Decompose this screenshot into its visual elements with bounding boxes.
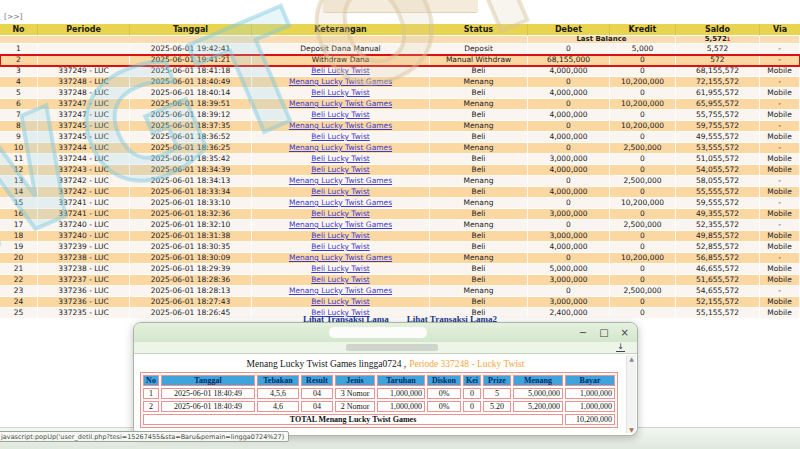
table-row: 19 337239 - LUC 2025-06-01 18:30:35 Beli… — [0, 242, 800, 253]
column-header: Saldo — [676, 24, 760, 36]
cell-via: - — [760, 286, 800, 297]
lb-via — [760, 36, 800, 44]
cell-tanggal: 2025-06-01 18:40:14 — [130, 88, 252, 99]
cell-kredit: 2,500,000 — [610, 143, 676, 154]
transaction-detail-link[interactable]: Beli Lucky Twist — [311, 165, 370, 174]
transaction-detail-link[interactable]: Beli Lucky Twist — [311, 154, 370, 163]
cell-periode: 337237 - LUC — [38, 275, 130, 286]
transaction-detail-link[interactable]: Beli Lucky Twist — [311, 264, 370, 273]
cell-tanggal: 2025-06-01 18:37:35 — [130, 121, 252, 132]
transaction-detail-link[interactable]: Menang Lucky Twist Games — [289, 220, 392, 229]
cell-no: 11 — [0, 154, 38, 165]
cell-keterangan: Beli Lucky Twist — [252, 242, 430, 253]
scroll-up-icon[interactable]: ▲ — [627, 355, 636, 362]
transaction-detail-link[interactable]: Deposit Dana Manual — [300, 44, 380, 53]
popup-titlebar[interactable]: − □ × — [134, 323, 637, 342]
cell-no: 9 — [0, 132, 38, 143]
cell-periode — [38, 44, 130, 55]
popup-title-redacted — [329, 327, 427, 338]
cell-periode: 337248 - LUC — [38, 88, 130, 99]
table-row: 2 2025-06-01 19:41:21 Withdraw Dana Manu… — [0, 55, 800, 66]
cell-keterangan: Beli Lucky Twist — [252, 264, 430, 275]
cell-via: Mobile — [760, 264, 800, 275]
transaction-detail-link[interactable]: Menang Lucky Twist Games — [289, 176, 392, 185]
minimize-icon[interactable]: − — [579, 324, 587, 341]
cell-keterangan: Menang Lucky Twist Games — [252, 176, 430, 187]
table-row: 8 337245 - LUC 2025-06-01 18:37:35 Menan… — [0, 121, 800, 132]
cell-debet: 3,000,000 — [528, 209, 610, 220]
cell-kredit: 10,200,000 — [610, 253, 676, 264]
cell-status: Deposit — [430, 44, 528, 55]
transaction-detail-link[interactable]: Menang Lucky Twist Games — [289, 121, 392, 130]
cell-periode: 337248 - LUC — [38, 77, 130, 88]
popup-toolbar: ↓ — [134, 342, 637, 353]
transaction-detail-link[interactable]: Beli Lucky Twist — [311, 88, 370, 97]
transaction-detail-link[interactable]: Menang Lucky Twist Games — [289, 253, 392, 262]
cell-saldo: 68,155,572 — [676, 66, 760, 77]
transaction-detail-link[interactable]: Menang Lucky Twist Games — [289, 143, 392, 152]
cell-tanggal: 2025-06-01 18:39:51 — [130, 99, 252, 110]
d-result: 04 — [301, 401, 333, 412]
transaction-detail-link[interactable]: Beli Lucky Twist — [311, 231, 370, 240]
transaction-detail-link[interactable]: Beli Lucky Twist — [311, 187, 370, 196]
cell-status: Beli — [430, 231, 528, 242]
popup-scrollbar[interactable]: ▲ ▼ — [626, 355, 636, 433]
d-taruhan: 1,000,000 — [377, 401, 425, 412]
transaction-detail-link[interactable]: Beli Lucky Twist — [311, 209, 370, 218]
d-prize: 5 — [483, 388, 511, 399]
cell-periode: 337238 - LUC — [38, 253, 130, 264]
table-row: 15 337241 - LUC 2025-06-01 18:33:10 Mena… — [0, 198, 800, 209]
transaction-detail-link[interactable]: Beli Lucky Twist — [311, 132, 370, 141]
detail-column-header: Menang — [513, 375, 563, 386]
cell-no: 6 — [0, 99, 38, 110]
scroll-down-icon[interactable]: ▼ — [627, 426, 636, 433]
transactions-table: NoPeriodeTanggalKeteranganStatusDebetKre… — [0, 24, 800, 319]
cell-saldo: 59,755,572 — [676, 121, 760, 132]
cell-keterangan: Beli Lucky Twist — [252, 231, 430, 242]
cell-kredit: 0 — [610, 209, 676, 220]
cell-saldo: 59,555,572 — [676, 198, 760, 209]
transaction-detail-link[interactable]: Beli Lucky Twist — [311, 66, 370, 75]
transaction-detail-link[interactable]: Withdraw Dana — [312, 55, 370, 64]
column-header: Via — [760, 24, 800, 36]
table-row: 16 337241 - LUC 2025-06-01 18:32:36 Beli… — [0, 209, 800, 220]
maximize-icon[interactable]: □ — [599, 324, 608, 341]
detail-total-row: TOTAL Menang Lucky Twist Games 10,200,00… — [143, 414, 615, 425]
cell-periode: 337240 - LUC — [38, 220, 130, 231]
column-header: Periode — [38, 24, 130, 36]
cell-tanggal: 2025-06-01 18:30:35 — [130, 242, 252, 253]
cell-kredit: 10,200,000 — [610, 198, 676, 209]
column-header: Status — [430, 24, 528, 36]
cell-no: 15 — [0, 198, 38, 209]
cell-no: 13 — [0, 176, 38, 187]
d-kei: 0 — [463, 401, 481, 412]
cell-via: Mobile — [760, 209, 800, 220]
lb-empty — [0, 36, 528, 44]
cell-status: Menang — [430, 220, 528, 231]
transaction-detail-link[interactable]: Beli Lucky Twist — [311, 275, 370, 284]
transaction-detail-link[interactable]: Menang Lucky Twist Games — [289, 198, 392, 207]
cell-saldo: 65,955,572 — [676, 99, 760, 110]
transaction-detail-link[interactable]: Beli Lucky Twist — [311, 110, 370, 119]
transaction-detail-link[interactable]: Menang Lucky Twist Games — [289, 286, 392, 295]
detail-rows: 1 2025-06-01 18:40:49 4,5,6 04 3 Nomor 1… — [143, 388, 615, 412]
close-icon[interactable]: × — [621, 324, 629, 341]
cell-saldo: 52,855,572 — [676, 242, 760, 253]
detail-column-header: Taruhan — [377, 375, 425, 386]
back-link[interactable]: [>>] — [4, 12, 22, 21]
transaction-detail-link[interactable]: Beli Lucky Twist — [311, 242, 370, 251]
d-no: 2 — [143, 401, 159, 412]
transaction-detail-link[interactable]: Menang Lucky Twist Games — [289, 99, 392, 108]
download-icon[interactable]: ↓ — [616, 342, 625, 352]
cell-status: Beli — [430, 154, 528, 165]
cell-kredit: 2,500,000 — [610, 286, 676, 297]
cell-keterangan: Menang Lucky Twist Games — [252, 143, 430, 154]
cell-debet: 4,000,000 — [528, 88, 610, 99]
d-jenis: 2 Nomor — [335, 401, 375, 412]
transaction-detail-link[interactable]: Menang Lucky Twist Games — [289, 77, 392, 86]
cell-debet: 4,000,000 — [528, 132, 610, 143]
cell-debet: 4,000,000 — [528, 242, 610, 253]
transaction-detail-link[interactable]: Beli Lucky Twist — [311, 297, 370, 306]
cell-via: - — [760, 44, 800, 55]
d-tebakan: 4,6 — [257, 401, 299, 412]
